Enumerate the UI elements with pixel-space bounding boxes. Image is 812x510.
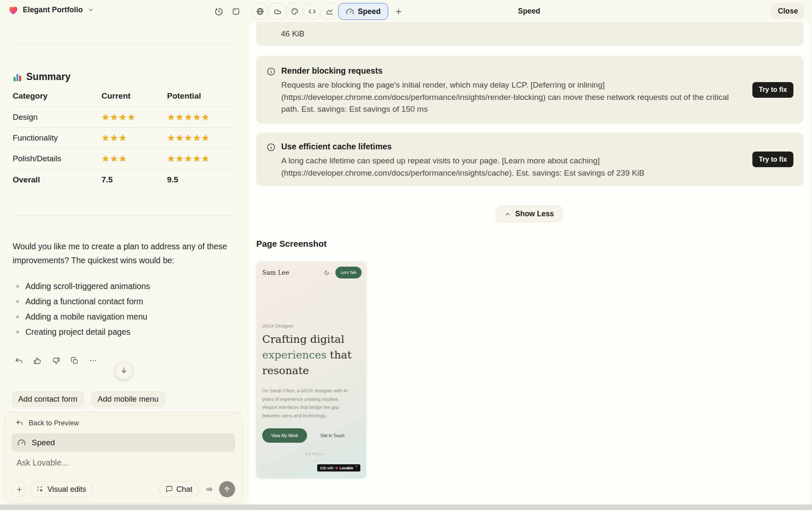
- tab-speed[interactable]: Speed: [338, 3, 388, 20]
- thumbs-up-button[interactable]: [32, 356, 42, 366]
- list-item: Adding a mobile navigation menu: [13, 309, 241, 324]
- dictate-button[interactable]: [202, 482, 217, 497]
- code-icon: [308, 7, 316, 16]
- col-potential: Potential: [167, 91, 234, 101]
- copy-button[interactable]: [69, 356, 80, 366]
- overall-current: 7.5: [102, 175, 167, 185]
- cloud-icon: [273, 7, 282, 16]
- project-name: Elegant Portfolio: [23, 6, 83, 14]
- close-button[interactable]: Close: [771, 3, 804, 19]
- suggestion-chips: Add contact form Add mobile menu: [11, 391, 165, 407]
- potential-stars: ★★★★★: [167, 133, 234, 143]
- lovable-badge: Edit with Lovable ×: [317, 464, 360, 471]
- headline-accent: experiences: [262, 349, 326, 361]
- insight-body: Requests are blocking the page's initial…: [281, 79, 744, 116]
- show-less-button[interactable]: Show Less: [496, 206, 562, 222]
- project-menu-button[interactable]: Elegant Portfolio: [8, 4, 94, 16]
- current-stars: ★★★: [102, 133, 167, 143]
- summary-table: Category Current Potential Design ★★★★ ★…: [13, 90, 234, 190]
- page-screenshot-heading: Page Screenshot: [256, 239, 326, 249]
- more-actions-button[interactable]: [88, 356, 98, 366]
- table-row: Design ★★★★ ★★★★★: [13, 107, 234, 128]
- assistant-paragraph: Would you like me to create a plan to ad…: [13, 240, 241, 267]
- table-header-row: Category Current Potential: [13, 90, 234, 107]
- composer-input[interactable]: Ask Lovable...: [16, 458, 143, 468]
- analytics-button[interactable]: [321, 3, 337, 19]
- table-row-overall: Overall 7.5 9.5: [13, 169, 234, 190]
- gauge-icon: [346, 8, 354, 16]
- info-icon: [266, 143, 276, 152]
- thumbs-down-button[interactable]: [51, 356, 61, 366]
- mode-item-speed[interactable]: Speed: [11, 433, 235, 452]
- send-button[interactable]: [219, 481, 235, 497]
- copy-icon: [70, 356, 79, 365]
- window-bottom-edge: [0, 504, 812, 510]
- preview-lets-talk-button: Let's Talk: [335, 267, 362, 278]
- undo-icon: [14, 356, 23, 365]
- potential-stars: ★★★★★: [167, 112, 234, 122]
- chat-panel: Summary Category Current Potential Desig…: [0, 22, 249, 504]
- gauge-icon: [17, 438, 26, 447]
- message-actions: [14, 356, 98, 366]
- thumbs-down-icon: [52, 356, 60, 365]
- history-button[interactable]: [211, 3, 227, 19]
- back-to-preview-button[interactable]: Back to Preview: [16, 419, 79, 427]
- arrow-down-icon: [120, 367, 128, 374]
- chat-bubble-icon: [165, 485, 173, 493]
- history-icon: [214, 7, 223, 16]
- panel-toggle-button[interactable]: [228, 3, 244, 19]
- preview-get-in-touch-link: Get In Touch: [321, 433, 345, 438]
- deploy-button[interactable]: [269, 3, 285, 19]
- heart-icon: [335, 466, 338, 470]
- visual-edits-button[interactable]: Visual edits: [30, 481, 93, 497]
- preview-headline: Crafting digital experiences that resona…: [262, 331, 351, 378]
- attach-button[interactable]: [11, 482, 27, 497]
- page-screenshot-preview: Sam Lee Let's Talk UI/UX Designer Crafti…: [256, 262, 366, 478]
- moon-icon: [324, 270, 329, 276]
- palette-icon: [291, 7, 299, 16]
- thumbs-up-icon: [33, 356, 42, 365]
- composer-toolbar: Visual edits Chat: [11, 481, 235, 497]
- savings-value: 46 KiB: [281, 29, 304, 39]
- preview-role: UI/UX Designer: [262, 324, 294, 328]
- globe-icon: [256, 7, 264, 16]
- suggestion-add-contact-form[interactable]: Add contact form: [11, 391, 84, 407]
- theme-button[interactable]: [286, 3, 303, 19]
- new-tab-button[interactable]: [391, 4, 406, 19]
- arrow-up-icon: [223, 485, 231, 493]
- panel-left-icon: [232, 7, 240, 16]
- waveform-icon: [206, 485, 213, 493]
- overall-potential: 9.5: [167, 175, 234, 185]
- code-view-button[interactable]: [304, 3, 320, 19]
- try-to-fix-button[interactable]: Try to fix: [752, 152, 793, 167]
- app-header: Elegant Portfolio: [0, 0, 812, 22]
- composer-panel: Back to Preview Speed Ask Lovable... Vis…: [4, 412, 242, 504]
- retry-button[interactable]: [14, 356, 24, 366]
- col-category: Category: [13, 91, 102, 101]
- preview-brand: Sam Lee: [262, 269, 289, 276]
- ellipsis-icon: [89, 356, 97, 365]
- insight-title: Use efficient cache lifetimes: [281, 142, 752, 152]
- insight-title: Render blocking requests: [281, 66, 752, 76]
- tab-speed-label: Speed: [358, 7, 381, 16]
- preview-navbar: Sam Lee Let's Talk: [262, 267, 362, 278]
- insight-body: A long cache lifetime can speed up repea…: [281, 155, 744, 179]
- info-icon: [266, 67, 276, 76]
- web-view-button[interactable]: [252, 3, 268, 19]
- plus-icon: [395, 8, 403, 16]
- message-divider: [13, 44, 233, 45]
- preview-view-work-button: View My Work: [262, 428, 307, 443]
- list-item: Creating project detail pages: [13, 324, 241, 339]
- summary-heading: Summary: [13, 71, 71, 83]
- chevron-down-icon: [88, 7, 94, 13]
- try-to-fix-button[interactable]: Try to fix: [752, 82, 793, 98]
- lovable-logo-icon: [8, 4, 19, 16]
- line-chart-icon: [325, 7, 334, 16]
- badge-close-icon: ×: [356, 465, 357, 468]
- improvement-list: Adding scroll-triggered animations Addin…: [13, 278, 241, 339]
- chat-mode-button[interactable]: Chat: [159, 481, 199, 497]
- suggestion-add-mobile-menu[interactable]: Add mobile menu: [91, 391, 165, 407]
- insight-card-render-blocking: Render blocking requests Requests are bl…: [256, 56, 804, 124]
- preview-cta-row: View My Work Get In Touch: [262, 428, 345, 443]
- scroll-to-bottom-button[interactable]: [115, 361, 133, 379]
